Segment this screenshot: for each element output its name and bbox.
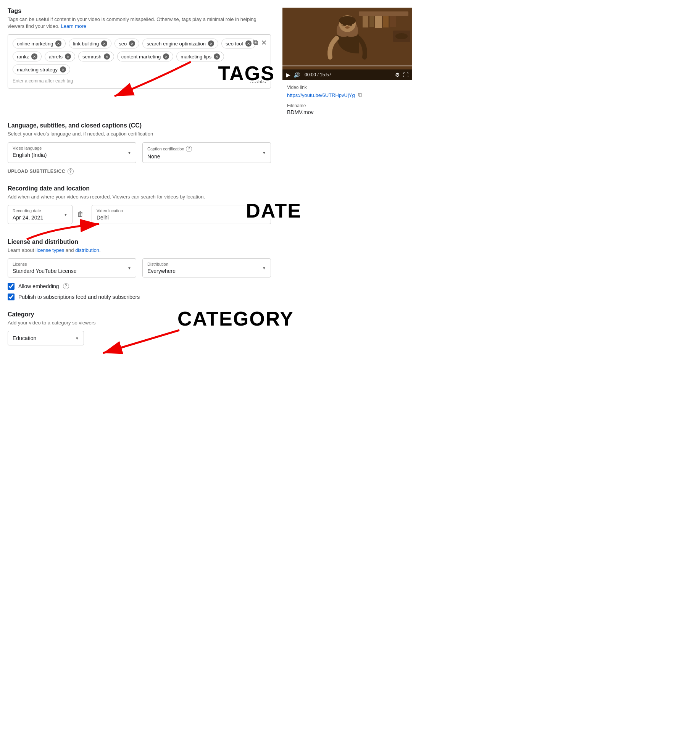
distribution-value: Everywhere xyxy=(147,268,266,274)
distribution-field[interactable]: Distribution Everywhere ▼ xyxy=(142,258,271,277)
remove-tag-seo[interactable]: ✕ xyxy=(129,40,135,47)
time-display: 00:00 / 15:57 xyxy=(305,72,392,77)
recording-date-arrow-icon: ▼ xyxy=(64,212,68,216)
remove-tag-link-building[interactable]: ✕ xyxy=(101,40,107,47)
copy-tags-icon[interactable]: ⧉ xyxy=(253,39,258,47)
tag-chip-link-building: link building ✕ xyxy=(69,39,111,48)
recording-desc: Add when and where your video was record… xyxy=(8,194,271,200)
video-language-field[interactable]: Video language English (India) ▼ xyxy=(8,142,136,163)
remove-tag-marketing-tips[interactable]: ✕ xyxy=(214,53,220,60)
remove-tag-seo-opt[interactable]: ✕ xyxy=(208,40,214,47)
license-field[interactable]: License Standard YouTube License ▼ xyxy=(8,258,136,277)
tags-desc: Tags can be useful if content in your vi… xyxy=(8,16,271,30)
tag-chip-online-marketing: online marketing ✕ xyxy=(13,39,66,48)
tag-chip-rankz: rankz ✕ xyxy=(13,52,42,61)
publish-feed-item: Publish to subscriptions feed and notify… xyxy=(8,294,271,300)
license-types-link[interactable]: license types xyxy=(35,247,64,253)
fullscreen-icon[interactable]: ⛶ xyxy=(403,72,408,78)
video-link-row: https://youtu.be/6UTRHpvUjYg ⧉ xyxy=(287,92,408,98)
tag-chip-seo-tool: seo tool ✕ xyxy=(221,39,256,48)
embedding-help-icon[interactable]: ? xyxy=(63,283,69,289)
tags-annotation-label: TAGS xyxy=(218,62,275,84)
video-language-arrow-icon: ▼ xyxy=(127,150,131,155)
video-language-label: Video language xyxy=(13,146,131,150)
tag-chip-seo-opt: search engine optimization ✕ xyxy=(142,39,218,48)
distribution-label: Distribution xyxy=(147,262,266,266)
license-arrow-icon: ▼ xyxy=(127,266,131,270)
filename-value: BDMV.mov xyxy=(287,109,408,115)
video-info-panel: Video link https://youtu.be/6UTRHpvUjYg … xyxy=(282,80,412,120)
play-button[interactable]: ▶ xyxy=(286,72,290,78)
remove-tag-seo-tool[interactable]: ✕ xyxy=(245,40,252,47)
allow-embedding-item: Allow embedding ? xyxy=(8,283,271,290)
publish-feed-label: Publish to subscriptions feed and notify… xyxy=(18,294,140,300)
video-url-link[interactable]: https://youtu.be/6UTRHpvUjYg xyxy=(287,92,355,98)
caption-cert-value: None xyxy=(147,153,266,160)
volume-icon[interactable]: 🔊 xyxy=(294,72,300,78)
tag-chip-marketing-strategy: marketing strategy ✕ xyxy=(13,65,70,74)
distribution-arrow-icon: ▼ xyxy=(262,266,266,270)
tags-learn-more-link[interactable]: Learn more xyxy=(61,23,86,29)
license-desc: Learn about license types and distributi… xyxy=(8,247,271,254)
license-fields: License Standard YouTube License ▼ Distr… xyxy=(8,258,271,277)
video-language-value: English (India) xyxy=(13,152,131,158)
license-value: Standard YouTube License xyxy=(13,268,131,274)
category-section: Category Add your video to a category so… xyxy=(8,311,271,345)
language-desc: Select your video's language and, if nee… xyxy=(8,131,271,137)
language-fields: Video language English (India) ▼ Caption… xyxy=(8,142,271,163)
tag-chip-ahrefs: ahrefs ✕ xyxy=(45,52,75,61)
clear-tags-icon[interactable]: ✕ xyxy=(261,39,267,47)
tags-actions: ⧉ ✕ xyxy=(253,39,267,47)
tags-arrow-svg xyxy=(84,58,198,108)
allow-embedding-checkbox[interactable] xyxy=(8,283,15,290)
video-panel: ▶ 🔊 00:00 / 15:57 ⚙ ⛶ Video link https:/… xyxy=(282,8,412,356)
video-thumbnail[interactable]: ▶ 🔊 00:00 / 15:57 ⚙ ⛶ xyxy=(282,8,412,80)
distribution-link[interactable]: distribution xyxy=(75,247,99,253)
date-annotation-label: DATE xyxy=(246,200,302,222)
video-location-label: Video location xyxy=(97,208,266,213)
upload-subtitles-button[interactable]: UPLOAD SUBTITLES/CC ? xyxy=(8,168,271,174)
video-progress-bar[interactable] xyxy=(282,65,412,66)
tags-title: Tags xyxy=(8,8,271,15)
caption-help-icon[interactable]: ? xyxy=(186,146,192,152)
recording-section: Recording date and location Add when and… xyxy=(8,185,271,228)
remove-tag-marketing-strategy[interactable]: ✕ xyxy=(60,66,66,73)
category-annotation-label: CATEGORY xyxy=(177,308,294,330)
language-title: Language, subtitles, and closed captions… xyxy=(8,122,271,129)
copy-video-url-icon[interactable]: ⧉ xyxy=(358,92,362,98)
video-controls-bar: ▶ 🔊 00:00 / 15:57 ⚙ ⛶ xyxy=(282,69,412,80)
remove-tag-rankz[interactable]: ✕ xyxy=(31,53,37,60)
license-section: License and distribution Learn about lic… xyxy=(8,239,271,300)
tags-section: Tags Tags can be useful if content in yo… xyxy=(8,8,271,111)
caption-cert-arrow-icon: ▼ xyxy=(262,150,266,155)
caption-cert-field[interactable]: Caption certification ? None ▼ xyxy=(142,142,271,163)
license-label: License xyxy=(13,262,131,266)
subtitles-help-icon[interactable]: ? xyxy=(68,168,74,174)
allow-embedding-label: Allow embedding xyxy=(18,283,59,289)
recording-date-label: Recording date xyxy=(13,208,68,213)
remove-tag-ahrefs[interactable]: ✕ xyxy=(65,53,71,60)
filename-label: Filename xyxy=(287,103,408,108)
video-link-label: Video link xyxy=(287,85,408,90)
date-arrow-svg xyxy=(23,216,137,247)
caption-cert-label: Caption certification ? xyxy=(147,146,266,152)
settings-icon[interactable]: ⚙ xyxy=(395,72,400,78)
publish-feed-checkbox[interactable] xyxy=(8,294,15,300)
language-section: Language, subtitles, and closed captions… xyxy=(8,122,271,174)
tags-hint: Enter a comma after each tag xyxy=(13,78,73,84)
remove-tag-online-marketing[interactable]: ✕ xyxy=(55,40,61,47)
tag-chip-seo: seo ✕ xyxy=(115,39,139,48)
recording-title: Recording date and location xyxy=(8,185,271,192)
